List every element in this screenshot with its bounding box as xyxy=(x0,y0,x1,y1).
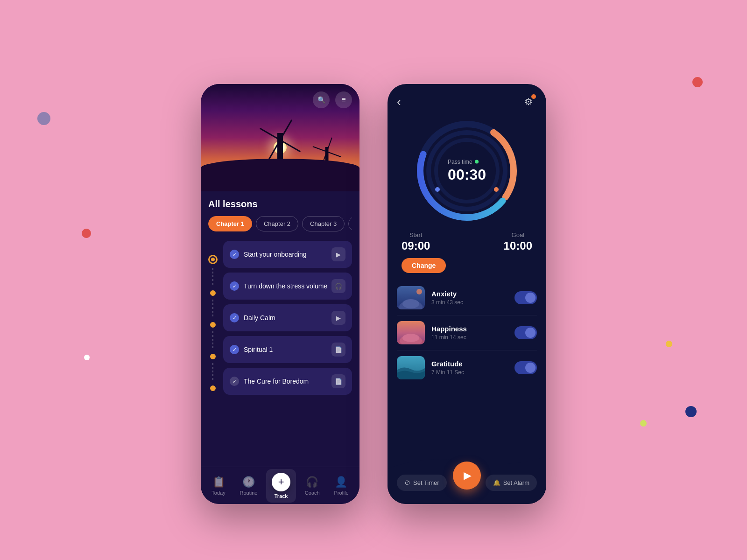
svg-point-15 xyxy=(402,334,419,342)
svg-point-10 xyxy=(402,299,419,308)
phone-1: 🔍 ≡ All lessons Chapter 1 Chapter 2 Chap… xyxy=(201,84,359,504)
lesson-item-3[interactable]: ✓ Daily Calm ▶ xyxy=(223,304,352,331)
lesson-left-2: ✓ Turn down the stress volume xyxy=(230,281,327,291)
anxiety-thumb xyxy=(397,286,425,309)
plus-icon: + xyxy=(278,476,284,488)
meditation-gratitude: Gratitude 7 Min 11 Sec xyxy=(397,350,537,385)
lesson-left-1: ✓ Start your onboarding xyxy=(230,250,307,259)
phone-2-header: ‹ ⚙ xyxy=(388,84,546,115)
play-button[interactable]: ▶ xyxy=(453,462,481,490)
happiness-thumb xyxy=(397,321,425,344)
chapter-2-btn[interactable]: Chapter 2 xyxy=(256,216,298,231)
profile-icon: 👤 xyxy=(335,476,347,488)
timeline-dot-active xyxy=(208,255,218,264)
set-alarm-button[interactable]: 🔔 Set Alarm xyxy=(486,475,537,491)
decorative-dot-6 xyxy=(685,406,697,417)
settings-badge xyxy=(531,94,536,99)
search-button[interactable]: 🔍 xyxy=(313,91,330,108)
lesson-left-3: ✓ Daily Calm xyxy=(230,313,275,322)
back-button[interactable]: ‹ xyxy=(397,95,401,109)
today-icon: 📋 xyxy=(212,476,225,488)
hero-image: 🔍 ≡ xyxy=(201,84,359,191)
nav-routine[interactable]: 🕐 Routine xyxy=(234,472,263,499)
alarm-icon: 🔔 xyxy=(493,479,500,486)
check-icon-5: ✓ xyxy=(230,377,239,386)
happiness-toggle-knob xyxy=(525,328,536,338)
check-icon-4: ✓ xyxy=(230,345,239,354)
play-icon: ▶ xyxy=(464,469,472,482)
lesson-item-5[interactable]: ✓ The Cure for Boredom 📄 xyxy=(223,368,352,395)
nav-track-label: Track xyxy=(275,493,288,499)
hero-icons: 🔍 ≡ xyxy=(313,91,352,108)
timeline-line-3 xyxy=(212,331,213,350)
decorative-dot-7 xyxy=(84,355,90,360)
bottom-nav: 📋 Today 🕐 Routine + Track 🎧 Coach 👤 Prof… xyxy=(201,467,359,504)
routine-icon: 🕐 xyxy=(242,476,255,488)
decorative-dot-2 xyxy=(82,229,91,238)
start-label: Start xyxy=(402,231,430,238)
happiness-duration: 11 min 14 sec xyxy=(431,334,508,341)
decorative-dot-3 xyxy=(692,77,703,87)
gratitude-name: Gratitude xyxy=(431,360,508,368)
happiness-name: Happiness xyxy=(431,325,508,333)
pass-time-label: Pass time xyxy=(448,159,486,165)
anxiety-duration: 3 min 43 sec xyxy=(431,299,508,306)
anxiety-info: Anxiety 3 min 43 sec xyxy=(431,290,508,306)
svg-point-5 xyxy=(435,187,440,192)
lesson-title-5: The Cure for Boredom xyxy=(244,378,309,385)
hero-ground xyxy=(201,159,359,191)
goal-label: Goal xyxy=(504,231,532,238)
timer-center: Pass time 00:30 xyxy=(448,159,486,183)
svg-point-11 xyxy=(416,289,422,294)
meditation-anxiety: Anxiety 3 min 43 sec xyxy=(397,280,537,315)
gratitude-thumb xyxy=(397,356,425,379)
chapter-1-btn[interactable]: Chapter 1 xyxy=(208,216,252,231)
phone-2-bottom: ⏱ Set Timer ▶ 🔔 Set Alarm xyxy=(388,455,546,504)
settings-button[interactable]: ⚙ xyxy=(520,93,537,110)
lessons-list: ✓ Start your onboarding ▶ ✓ Turn down th… xyxy=(208,241,352,395)
start-item: Start 09:00 xyxy=(402,231,430,252)
timeline-line-2 xyxy=(212,300,213,318)
timeline-dot-4 xyxy=(210,354,216,359)
check-icon-3: ✓ xyxy=(230,313,239,322)
nav-today[interactable]: 📋 Today xyxy=(206,472,231,499)
bottom-bar: ⏱ Set Timer ▶ 🔔 Set Alarm xyxy=(388,469,546,504)
svg-point-6 xyxy=(494,187,499,192)
nav-today-label: Today xyxy=(211,490,225,496)
filter-button[interactable]: ≡ xyxy=(335,91,352,108)
timer-value: 00:30 xyxy=(448,166,486,183)
lesson-icon-doc-5: 📄 xyxy=(331,374,345,388)
start-goal-row: Start 09:00 Goal 10:00 xyxy=(388,231,546,252)
lesson-item-1[interactable]: ✓ Start your onboarding ▶ xyxy=(223,241,352,268)
lesson-icon-headphone-2: 🎧 xyxy=(331,279,345,293)
goal-value: 10:00 xyxy=(504,239,532,252)
change-button[interactable]: Change xyxy=(402,258,446,273)
timeline-dot-2 xyxy=(210,290,216,296)
all-lessons-title: All lessons xyxy=(208,199,352,210)
coach-icon: 🎧 xyxy=(306,476,318,488)
phones-container: 🔍 ≡ All lessons Chapter 1 Chapter 2 Chap… xyxy=(201,56,546,504)
anxiety-toggle-knob xyxy=(525,293,536,303)
nav-coach[interactable]: 🎧 Coach xyxy=(299,472,325,499)
set-timer-button[interactable]: ⏱ Set Timer xyxy=(397,475,447,491)
happiness-toggle[interactable] xyxy=(514,326,537,339)
anxiety-name: Anxiety xyxy=(431,290,508,298)
lesson-item-2[interactable]: ✓ Turn down the stress volume 🎧 xyxy=(223,273,352,300)
chapter-3-btn[interactable]: Chapter 3 xyxy=(302,216,345,231)
gratitude-toggle[interactable] xyxy=(514,361,537,374)
timer-icon: ⏱ xyxy=(404,479,410,486)
bottom-controls: ⏱ Set Timer ▶ 🔔 Set Alarm xyxy=(388,469,546,497)
lesson-item-4[interactable]: ✓ Spiritual 1 📄 xyxy=(223,336,352,363)
check-icon-1: ✓ xyxy=(230,250,239,259)
nav-profile[interactable]: 👤 Profile xyxy=(328,472,354,499)
goal-item: Goal 10:00 xyxy=(504,231,532,252)
nav-coach-label: Coach xyxy=(305,490,320,496)
nav-track[interactable]: + Track xyxy=(266,469,296,503)
nav-profile-label: Profile xyxy=(334,490,348,496)
lesson-title-1: Start your onboarding xyxy=(244,251,307,258)
track-add-btn[interactable]: + xyxy=(272,473,290,491)
chapter-4-btn[interactable]: Cha... xyxy=(348,216,352,231)
anxiety-toggle[interactable] xyxy=(514,291,537,304)
phone-2: ‹ ⚙ xyxy=(388,84,546,504)
timer-section: Pass time 00:30 xyxy=(388,115,546,231)
